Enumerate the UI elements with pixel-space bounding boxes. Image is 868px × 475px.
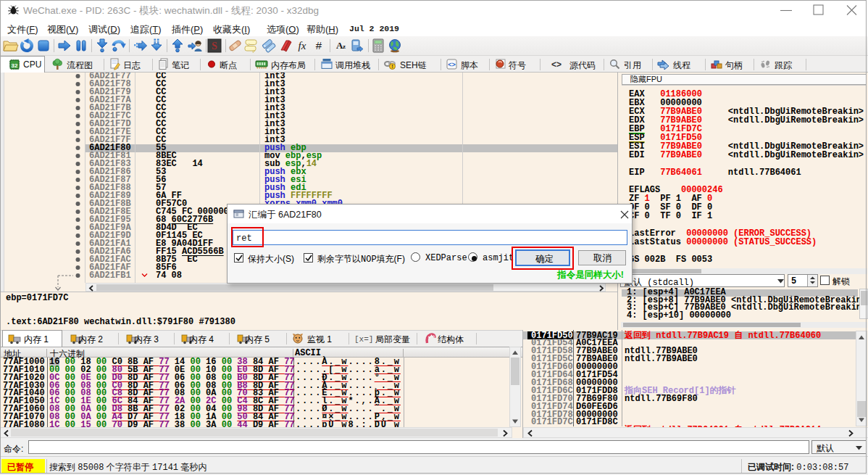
svg-text:fx: fx (299, 40, 306, 51)
svg-text:32: 32 (12, 62, 18, 69)
svg-text:<>: <> (448, 61, 456, 68)
svg-text:<>: <> (551, 59, 562, 70)
svg-text:!: ! (391, 63, 393, 70)
svg-text:#: # (316, 39, 322, 51)
svg-text:[x=]: [x=] (354, 335, 373, 344)
svg-text:S: S (212, 41, 217, 51)
svg-text:z: z (343, 43, 346, 50)
